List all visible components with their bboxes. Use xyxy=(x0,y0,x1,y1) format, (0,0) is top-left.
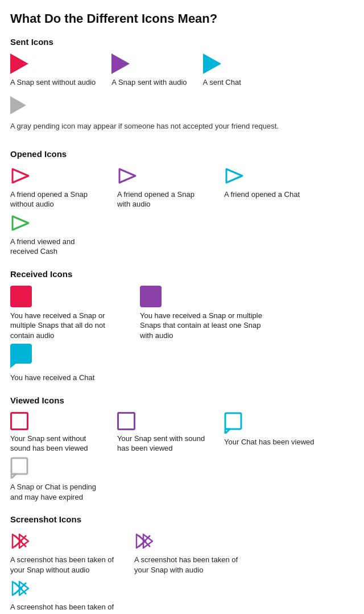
received-chat-icon-wrap xyxy=(10,344,32,369)
opened-chat-item: A friend opened a Chat xyxy=(224,166,300,200)
sent-no-audio-label: A Snap sent without audio xyxy=(10,77,96,88)
screenshot-no-audio-icon xyxy=(10,531,34,551)
received-chat-icon xyxy=(10,344,32,364)
viewed-chat-icon xyxy=(224,412,243,434)
sent-icons-row: A Snap sent without audio A Snap sent wi… xyxy=(10,53,354,91)
opened-icons-row: A friend opened a Snap without audio A f… xyxy=(10,166,354,260)
viewed-section: Viewed Icons Your Snap sent without soun… xyxy=(10,394,354,505)
svg-marker-7 xyxy=(11,474,16,479)
sent-chat-item: A sent Chat xyxy=(203,53,260,88)
sent-gray-row: A gray pending icon may appear if someon… xyxy=(10,96,354,139)
opened-chat-label: A friend opened a Chat xyxy=(224,189,300,200)
screenshot-audio-item: A screenshot has been taken of your Snap… xyxy=(134,531,242,575)
received-audio-icon-wrap xyxy=(140,286,162,307)
viewed-sound-item: Your Snap sent with sound has been viewe… xyxy=(117,412,208,454)
viewed-no-sound-icon xyxy=(10,412,28,430)
received-audio-label: You have received a Snap or multiple Sna… xyxy=(140,311,271,341)
screenshot-no-audio-icon-wrap xyxy=(10,531,34,551)
screenshot-chat-label: A screenshot has been taken of your Chat xyxy=(10,602,118,614)
received-chat-item: You have received a Chat xyxy=(10,344,94,383)
svg-marker-2 xyxy=(226,169,242,183)
viewed-sound-label: Your Snap sent with sound has been viewe… xyxy=(117,434,208,454)
sent-gray-item: A gray pending icon may appear if someon… xyxy=(10,96,279,136)
screenshot-section-title: Screenshot Icons xyxy=(10,513,354,525)
screenshot-chat-icon-wrap xyxy=(10,578,34,599)
opened-cash-icon-wrap xyxy=(10,213,31,233)
svg-rect-6 xyxy=(11,458,27,474)
sent-gray-icon xyxy=(10,96,26,114)
received-section: Received Icons You have received a Snap … xyxy=(10,268,354,386)
sent-audio-item: A Snap sent with audio xyxy=(111,53,187,88)
opened-section: Opened Icons A friend opened a Snap with… xyxy=(10,148,354,260)
opened-chat-icon xyxy=(224,166,245,186)
svg-marker-3 xyxy=(13,216,28,230)
opened-cash-icon xyxy=(10,213,31,233)
viewed-no-sound-label: Your Snap sent without sound has been vi… xyxy=(10,434,101,454)
svg-rect-4 xyxy=(225,413,241,429)
viewed-sound-icon-wrap xyxy=(117,412,135,430)
viewed-no-sound-item: Your Snap sent without sound has been vi… xyxy=(10,412,101,454)
screenshot-no-audio-item: A screenshot has been taken of your Snap… xyxy=(10,531,118,575)
opened-audio-item: A friend opened a Snap with audio xyxy=(117,166,208,209)
screenshot-audio-label: A screenshot has been taken of your Snap… xyxy=(134,555,242,575)
svg-marker-1 xyxy=(119,169,135,183)
received-section-title: Received Icons xyxy=(10,268,354,280)
viewed-icons-row: Your Snap sent without sound has been vi… xyxy=(10,412,354,505)
opened-section-title: Opened Icons xyxy=(10,148,354,160)
viewed-pending-icon-wrap xyxy=(10,457,30,479)
opened-no-audio-icon-wrap xyxy=(10,166,31,186)
page-title: What Do the Different Icons Mean? xyxy=(10,10,354,28)
sent-chat-icon-wrap xyxy=(203,53,221,74)
sent-audio-icon xyxy=(111,53,130,74)
screenshot-audio-icon xyxy=(134,531,158,551)
opened-audio-label: A friend opened a Snap with audio xyxy=(117,189,208,209)
received-audio-icon xyxy=(140,286,162,307)
screenshot-chat-icon xyxy=(10,578,34,599)
sent-gray-icon-wrap xyxy=(10,96,26,114)
screenshot-chat-item: A screenshot has been taken of your Chat xyxy=(10,578,118,614)
viewed-chat-item: Your Chat has been viewed xyxy=(224,412,315,447)
received-no-audio-label: You have received a Snap or multiple Sna… xyxy=(10,311,124,341)
sent-no-audio-item: A Snap sent without audio xyxy=(10,53,96,88)
received-audio-item: You have received a Snap or multiple Sna… xyxy=(140,286,271,341)
sent-gray-label: A gray pending icon may appear if someon… xyxy=(10,121,279,131)
sent-no-audio-icon-wrap xyxy=(10,53,28,74)
received-chat-label: You have received a Chat xyxy=(10,373,94,383)
svg-marker-5 xyxy=(225,429,230,434)
received-no-audio-icon xyxy=(10,286,32,307)
viewed-no-sound-icon-wrap xyxy=(10,412,28,430)
viewed-section-title: Viewed Icons xyxy=(10,394,354,406)
sent-audio-icon-wrap xyxy=(111,53,130,74)
opened-no-audio-label: A friend opened a Snap without audio xyxy=(10,189,101,209)
received-no-audio-item: You have received a Snap or multiple Sna… xyxy=(10,286,124,341)
viewed-chat-icon-wrap xyxy=(224,412,243,434)
screenshot-section: Screenshot Icons A screenshot has been t… xyxy=(10,513,354,614)
received-no-audio-icon-wrap xyxy=(10,286,32,307)
viewed-pending-label: A Snap or Chat is pending and may have e… xyxy=(10,482,101,502)
viewed-chat-label: Your Chat has been viewed xyxy=(224,437,315,447)
viewed-sound-icon xyxy=(117,412,135,430)
opened-audio-icon-wrap xyxy=(117,166,138,186)
opened-chat-icon-wrap xyxy=(224,166,245,186)
sent-section-title: Sent Icons xyxy=(10,36,354,48)
sent-section: Sent Icons A Snap sent without audio A S… xyxy=(10,36,354,140)
sent-chat-icon xyxy=(203,53,221,74)
received-icons-row: You have received a Snap or multiple Sna… xyxy=(10,286,354,386)
opened-cash-label: A friend viewed and received Cash xyxy=(10,237,101,257)
viewed-pending-icon xyxy=(10,457,30,479)
opened-no-audio-item: A friend opened a Snap without audio xyxy=(10,166,101,209)
viewed-pending-item: A Snap or Chat is pending and may have e… xyxy=(10,457,101,502)
sent-audio-label: A Snap sent with audio xyxy=(111,77,187,88)
screenshot-icons-row: A screenshot has been taken of your Snap… xyxy=(10,531,354,614)
sent-no-audio-icon xyxy=(10,53,28,74)
opened-no-audio-icon xyxy=(10,166,31,186)
opened-audio-icon xyxy=(117,166,138,186)
sent-chat-label: A sent Chat xyxy=(203,77,241,88)
screenshot-audio-icon-wrap xyxy=(134,531,158,551)
screenshot-no-audio-label: A screenshot has been taken of your Snap… xyxy=(10,555,118,575)
opened-cash-item: A friend viewed and received Cash xyxy=(10,213,101,257)
svg-marker-0 xyxy=(13,169,28,183)
